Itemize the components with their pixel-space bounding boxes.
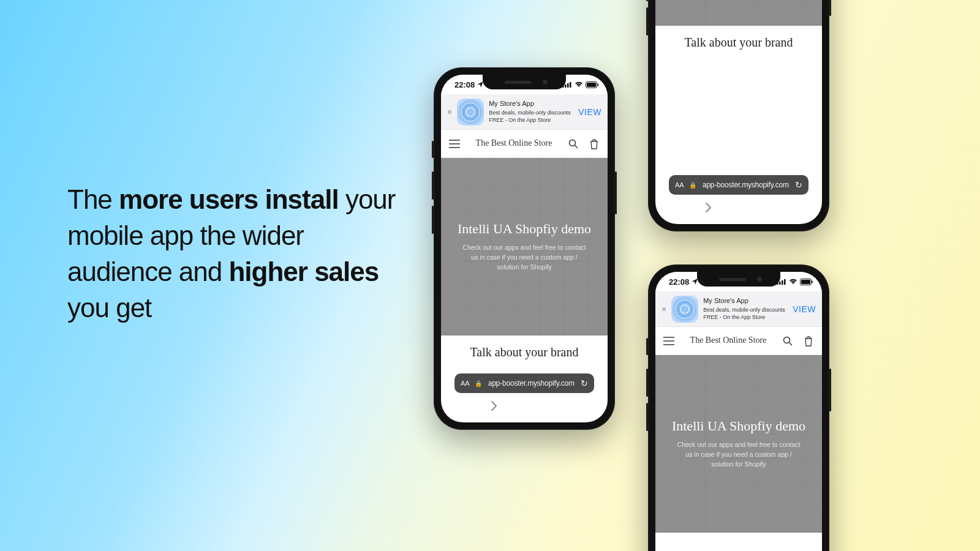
reader-icon[interactable]: AA	[461, 380, 470, 387]
svg-rect-16	[782, 280, 783, 285]
reload-icon[interactable]: ↻	[581, 378, 588, 388]
forward-icon	[701, 201, 715, 214]
back-icon[interactable]	[456, 399, 469, 413]
brand-cta: Talk about your brand	[655, 26, 822, 59]
svg-point-24	[784, 337, 790, 343]
store-header: The Best Online Store	[655, 327, 822, 355]
reload-icon[interactable]: ↻	[795, 180, 802, 190]
hero-section: Intelli UA Shopfiy demo Check out our ap…	[655, 0, 822, 26]
app-icon	[671, 296, 698, 323]
browser-toolbar	[655, 197, 822, 218]
cart-icon[interactable]	[802, 335, 815, 347]
wifi-icon	[789, 279, 797, 285]
search-icon[interactable]	[782, 335, 794, 347]
hero-title: Intelli UA Shopfiy demo	[458, 221, 591, 237]
svg-rect-15	[779, 282, 781, 285]
svg-rect-5	[587, 83, 596, 87]
bookmarks-icon[interactable]	[548, 399, 562, 413]
svg-line-25	[790, 342, 793, 345]
wifi-icon	[575, 81, 583, 88]
svg-line-11	[575, 145, 578, 148]
banner-app-title: My Store's App	[703, 296, 788, 305]
browser-url-bar[interactable]: AA 🔒 app-booster.myshopify.com ↻	[669, 175, 809, 195]
svg-rect-2	[567, 83, 569, 88]
share-icon[interactable]	[732, 201, 745, 214]
lock-icon: 🔒	[689, 182, 696, 189]
store-title: The Best Online Store	[690, 335, 767, 345]
banner-app-title: My Store's App	[489, 99, 573, 108]
reader-icon[interactable]: AA	[675, 181, 684, 189]
status-time: 22:08	[454, 80, 475, 89]
url-text: app-booster.myshopify.com	[701, 181, 790, 189]
hero-subtitle: Check out our apps and feel free to cont…	[674, 440, 803, 469]
hero-section: Intelli UA Shopfiy demo Check out our ap…	[655, 355, 822, 533]
svg-rect-1	[565, 84, 567, 88]
phone-mockup-top-right: Intelli UA Shopfiy demo Check out our ap…	[648, 0, 829, 231]
hero-section: Intelli UA Shopfiy demo Check out our ap…	[441, 158, 608, 335]
url-text: app-booster.myshopify.com	[487, 379, 576, 388]
svg-rect-19	[801, 280, 810, 284]
battery-icon	[800, 279, 813, 285]
banner-price: FREE - On the App Store	[703, 313, 788, 321]
svg-point-10	[570, 140, 576, 146]
forward-icon	[487, 399, 500, 413]
back-icon[interactable]	[670, 201, 684, 214]
svg-rect-3	[570, 82, 571, 88]
view-button[interactable]: VIEW	[578, 107, 601, 117]
lock-icon: 🔒	[475, 380, 482, 387]
close-icon[interactable]: ×	[447, 107, 452, 117]
battery-icon	[586, 81, 599, 88]
cart-icon[interactable]	[588, 138, 600, 150]
tabs-icon[interactable]	[794, 201, 807, 214]
app-icon	[457, 99, 484, 126]
svg-rect-6	[598, 83, 599, 86]
search-icon[interactable]	[567, 138, 579, 150]
tabs-icon[interactable]	[579, 399, 593, 413]
home-indicator	[705, 219, 772, 222]
headline-pt1: The	[67, 184, 119, 214]
svg-rect-12	[581, 403, 589, 411]
brand-cta: Talk about your brand	[441, 335, 608, 369]
close-icon[interactable]: ×	[662, 304, 666, 314]
headline-pt3: you get	[67, 293, 151, 323]
hero-subtitle: Check out our apps and feel free to cont…	[460, 243, 589, 272]
browser-url-bar[interactable]: AA 🔒 app-booster.myshopify.com ↻	[454, 373, 594, 393]
svg-rect-17	[784, 279, 786, 285]
banner-price: FREE - On the App Store	[489, 116, 573, 124]
share-icon[interactable]	[518, 399, 531, 413]
store-header: The Best Online Store	[441, 130, 608, 158]
smart-app-banner: × My Store's App Best deals, mobile-only…	[655, 291, 822, 327]
hero-title: Intelli UA Shopfiy demo	[672, 418, 805, 434]
headline: The more users install your mobile app t…	[67, 182, 398, 327]
headline-bold2: higher sales	[228, 257, 379, 287]
banner-subtitle: Best deals, mobile-only discounts	[489, 109, 573, 116]
phone-mockup-bottom-right: 22:08 × My Store's App Best deals, mobil…	[648, 264, 829, 551]
menu-icon[interactable]	[448, 138, 461, 150]
status-time: 22:08	[669, 277, 689, 287]
menu-icon[interactable]	[663, 335, 675, 347]
smart-app-banner: × My Store's App Best deals, mobile-only…	[441, 94, 608, 130]
svg-rect-13	[796, 205, 803, 212]
svg-rect-20	[812, 280, 813, 283]
view-button[interactable]: VIEW	[793, 304, 816, 314]
store-title: The Best Online Store	[476, 138, 552, 148]
browser-toolbar	[441, 395, 608, 416]
bookmarks-icon[interactable]	[763, 201, 776, 214]
headline-bold1: more users install	[119, 184, 339, 214]
phone-mockup-center: 22:08 × My Store's App Best deals, mobil…	[434, 67, 615, 430]
home-indicator	[491, 418, 558, 420]
banner-subtitle: Best deals, mobile-only discounts	[703, 306, 788, 313]
